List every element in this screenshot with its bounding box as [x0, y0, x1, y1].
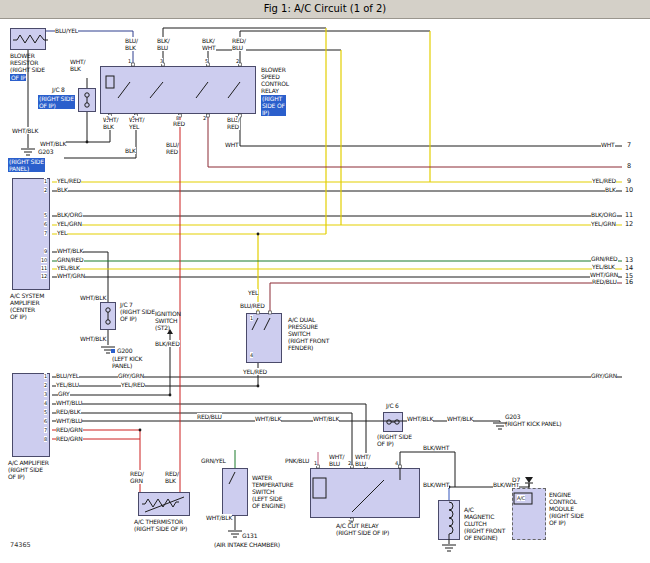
component-label: (RIGHT SIDE OF IP)	[377, 433, 412, 447]
wire-label: BLK/ORG	[57, 211, 83, 218]
wire-label: RED/ BLU	[232, 37, 246, 51]
wire-label: RED/GRN	[56, 426, 83, 433]
wire-label: PNK/BLU	[285, 457, 309, 464]
wire-label: BLK	[57, 186, 68, 193]
wire-label: GRN/RED	[57, 256, 84, 263]
highlighted-location-label: (RIGHT SIDE OF IP)	[261, 95, 286, 116]
wire-label: WHT/BLK	[313, 415, 339, 422]
component-label: G131	[242, 532, 257, 539]
ac-magnetic-clutch-box	[438, 500, 460, 540]
wire-label: WHT/BLK	[40, 140, 66, 147]
pin-number: 1	[128, 58, 131, 64]
connector-pin-number: 7	[627, 142, 631, 149]
component-label: (AIR INTAKE CHAMBER)	[214, 541, 280, 548]
component-label: G200	[117, 347, 132, 354]
pin-number: 3	[106, 115, 109, 121]
wire-label: YEL	[57, 229, 67, 236]
connector-pin-number: 16	[625, 279, 633, 286]
wire-label: BLK/ORG	[591, 211, 617, 218]
blower-resistor-box	[10, 28, 46, 50]
wire-label: WHT/BLK	[407, 415, 433, 422]
wire-label: BLK/RED	[155, 340, 180, 347]
wire-label: WHT/ BLK	[103, 116, 118, 130]
green-wires	[52, 261, 622, 468]
wire-label: WHT/GRN	[590, 271, 618, 278]
wire-label: RED/BLK	[56, 408, 81, 415]
wire-label: BLK/WHT	[493, 481, 519, 488]
connector-pin-number: 14	[625, 265, 633, 272]
wire-label: RED/ BLK	[165, 470, 179, 484]
wire-label: RED/ GRN	[130, 470, 144, 484]
wire-label: BLU/RED	[240, 302, 265, 309]
pin-number: 7	[235, 115, 238, 121]
component-label: ENGINE CONTROL MODULE (RIGHT SIDE OF IP)	[549, 491, 584, 526]
junction-connector-7-box	[100, 302, 116, 330]
wire-label: GRY/GRN	[591, 372, 617, 379]
ac-dual-pressure-switch-box	[246, 313, 282, 363]
navy-wires	[46, 31, 133, 66]
pin-number: 3	[160, 58, 163, 64]
figure-viewer: Fig 1: A/C Circuit (1 of 2)	[0, 0, 650, 563]
dark-red-wires	[208, 114, 622, 313]
wire-label: WHT/BLK	[255, 415, 281, 422]
wire-label: WHT/BLK	[80, 294, 106, 301]
connector-pin-number: 12	[625, 221, 633, 228]
component-label: WATER TEMPERATURE SWITCH (LEFT SIDE OF E…	[252, 474, 293, 509]
pin-number: 2	[348, 460, 351, 466]
wire-label: WHT/ YEL	[129, 116, 144, 130]
connector-pin-number: 11	[625, 212, 633, 219]
wire-label: WHT	[225, 141, 239, 148]
wire-label: YEL/RED	[57, 177, 81, 184]
wire-label: WHT/BLK	[447, 415, 473, 422]
highlighted-location-label: (RIGHT SIDE OF IP)	[38, 95, 75, 109]
wire-label: YEL/BLK	[592, 263, 615, 270]
component-label: A/C AMPLIFIER (RIGHT SIDE OF IP)	[8, 459, 49, 480]
wire-label: YEL/RED	[121, 381, 145, 388]
pin-number: 4	[395, 460, 398, 466]
component-label: G203 (RIGHT KICK PANEL)	[505, 413, 561, 427]
wire-label: YEL/GRN	[57, 220, 82, 227]
pin-number: 8	[176, 115, 179, 121]
g200-marker-icon	[111, 349, 115, 353]
junction-connector-8-box	[78, 88, 96, 112]
pin-number: 5	[205, 58, 208, 64]
ac-system-amplifier-box	[12, 178, 50, 290]
connector-pin-number: 13	[625, 257, 633, 264]
wire-label: YEL/RED	[243, 368, 267, 375]
component-label: J/C 7 (RIGHT SIDE OF IP)	[120, 301, 155, 322]
component-label: A/C MAGNETIC CLUTCH (RIGHT FRONT OF ENGI…	[464, 506, 505, 541]
wire-label: BLK/WHT	[423, 444, 449, 451]
engine-control-module-box	[512, 488, 546, 540]
wire-label: BLU/YEL	[55, 27, 78, 34]
wire-label: GRN/YEL	[201, 457, 226, 464]
component-label: J/C 6	[386, 402, 399, 409]
wire-label: BLK/ WHT	[202, 37, 216, 51]
component-label: (LEFT KICK PANEL)	[112, 355, 142, 369]
ac-amplifier-box	[12, 373, 50, 457]
ac-thermistor-box	[138, 492, 190, 516]
wire-label: WHT/BLU	[56, 417, 82, 424]
component-label: J/C 8	[52, 86, 65, 93]
component-label: BLOWER RESISTOR (RIGHT SIDE	[10, 52, 45, 73]
wire-label: BLK/ BLU	[157, 37, 170, 51]
highlighted-location-label: OF IP	[10, 74, 26, 81]
wire-label: WHT/ BLU	[355, 453, 370, 467]
pin-squares	[109, 63, 402, 521]
wire-label: WHT/GRN	[57, 272, 85, 279]
wire-label: YEL	[248, 289, 258, 296]
wire-label: GRY/GRN	[118, 372, 144, 379]
wire-label: GRN/RED	[591, 255, 618, 262]
figure-title-bar: Fig 1: A/C Circuit (1 of 2)	[0, 0, 650, 19]
document-number: 74365	[10, 541, 31, 549]
wire-label: RED/BLU	[197, 413, 222, 420]
component-label: A/C CUT RELAY (RIGHT SIDE OF IP)	[336, 522, 389, 536]
wire-label: WHT/ BLK	[70, 58, 85, 72]
water-temperature-switch-box	[222, 468, 248, 516]
wire-label: WHT/BLK	[80, 335, 106, 342]
connector-pin-number: 10	[625, 187, 633, 194]
component-label: G203	[38, 148, 53, 155]
d7-diode-symbol	[525, 477, 533, 488]
wire-label: YEL/RED	[592, 177, 616, 184]
component-label: BLOWER SPEED CONTROL RELAY	[261, 66, 289, 94]
pin-number: 3	[348, 519, 351, 525]
